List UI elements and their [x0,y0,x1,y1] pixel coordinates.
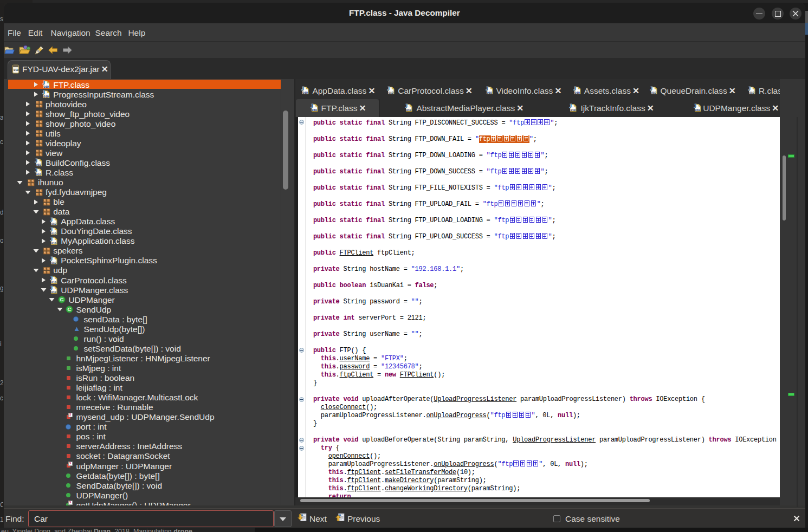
svg-text:010: 010 [51,231,56,235]
svg-text:010: 010 [388,91,393,95]
svg-text:010: 010 [14,69,19,72]
svg-text:010: 010 [312,108,317,112]
svg-text:010: 010 [36,173,41,177]
svg-text:010: 010 [749,91,754,95]
svg-text:010: 010 [570,108,576,112]
svg-text:010: 010 [651,91,656,95]
svg-text:010: 010 [43,95,49,99]
svg-text:010: 010 [36,163,41,167]
svg-text:010: 010 [487,91,492,95]
svg-text:010: 010 [695,108,700,112]
svg-text:010: 010 [51,261,56,264]
svg-text:010: 010 [43,85,49,89]
svg-text:C: C [68,307,72,313]
svg-text:010: 010 [303,91,308,95]
svg-text:010: 010 [406,108,411,112]
svg-text:010: 010 [51,241,56,245]
svg-text:010: 010 [51,290,56,294]
svg-text:010: 010 [51,281,56,284]
svg-text:010: 010 [51,222,56,225]
svg-text:C: C [60,296,63,302]
svg-text:010: 010 [574,91,580,95]
